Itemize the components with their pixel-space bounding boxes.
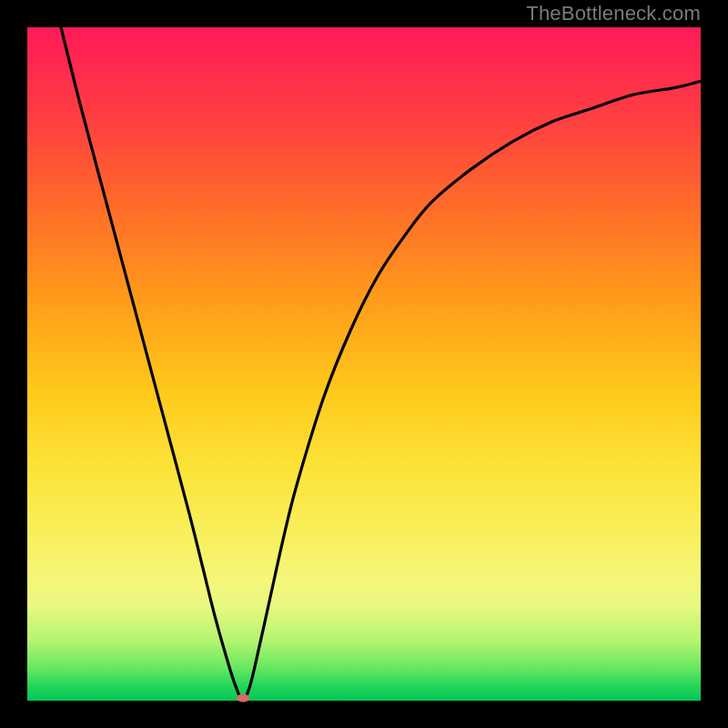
bottleneck-curve: [61, 27, 701, 701]
curve-svg: [27, 27, 701, 701]
chart-container: TheBottleneck.com: [0, 0, 728, 728]
minimum-marker: [237, 694, 249, 703]
watermark-label: TheBottleneck.com: [526, 2, 701, 25]
plot-area: [27, 27, 701, 701]
